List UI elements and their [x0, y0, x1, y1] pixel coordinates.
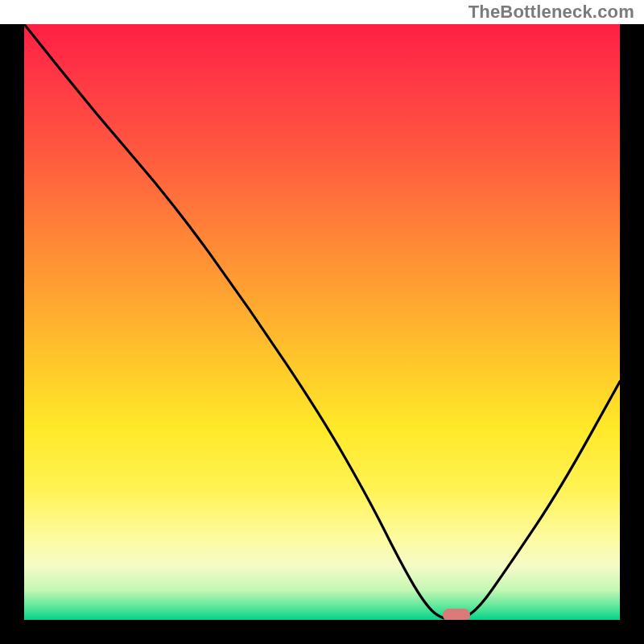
- plot-area: [24, 24, 620, 620]
- curve-path: [24, 24, 620, 620]
- curve-svg: [24, 24, 620, 620]
- watermark-text: TheBottleneck.com: [469, 2, 634, 23]
- optimal-marker: [443, 609, 470, 620]
- chart-container: TheBottleneck.com: [0, 0, 644, 644]
- plot-frame: [0, 24, 644, 644]
